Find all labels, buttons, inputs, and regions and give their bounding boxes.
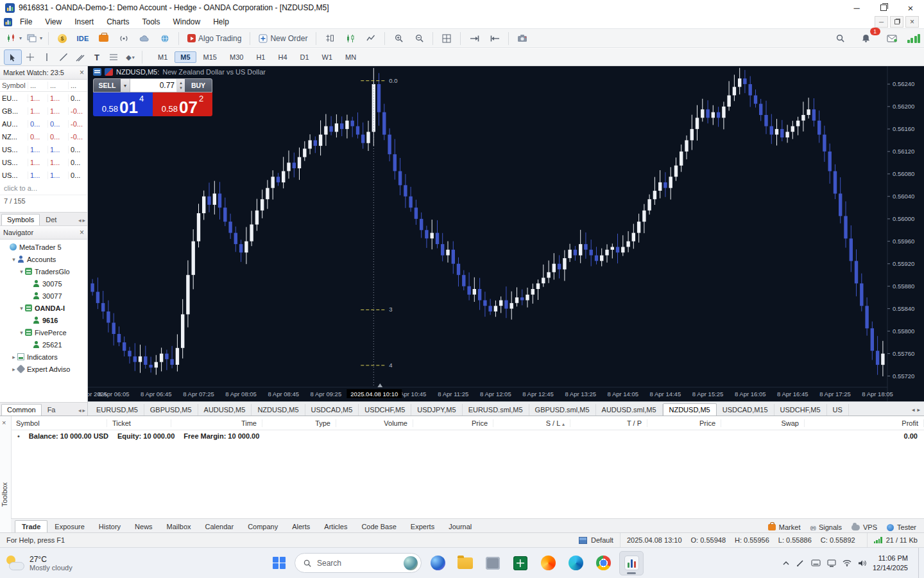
line-view-button[interactable] <box>361 31 381 46</box>
toolbox-column-time-2[interactable]: Time <box>171 419 262 427</box>
vertical-line-tool[interactable] <box>38 50 55 64</box>
chart-tab-usdcad-m15-11[interactable]: USDCAD,M15 <box>717 404 774 416</box>
nav-item-expert-adviso[interactable]: ▸ Expert Adviso <box>0 363 87 375</box>
connection-status-icon[interactable] <box>907 34 921 43</box>
toolbox-column-price-5[interactable]: Price <box>413 419 493 427</box>
mailbox-button[interactable] <box>882 31 902 46</box>
market-watch-column[interactable]: ... <box>69 82 87 89</box>
tile-windows-button[interactable] <box>436 31 457 46</box>
taskbar-clock[interactable]: 11:06 PM 12/14/2025 <box>873 554 912 573</box>
toolbox-tab-code-base[interactable]: Code Base <box>354 520 403 532</box>
timeframe-M15[interactable]: M15 <box>198 51 223 63</box>
market-watch-row[interactable]: US... 1... 1... 0... <box>0 169 87 182</box>
wifi-icon[interactable] <box>843 559 851 566</box>
volume-dropdown[interactable]: ▾ <box>121 79 130 92</box>
menu-view[interactable]: View <box>38 15 68 28</box>
chart-tab-nzdusd-m5-3[interactable]: NZDUSD,M5 <box>252 404 305 416</box>
timeframe-MN[interactable]: MN <box>339 51 362 63</box>
minimize-icon[interactable]: ─ <box>843 0 870 15</box>
deposit-button[interactable]: $ <box>52 31 73 46</box>
toolbox-column-volume-4[interactable]: Volume <box>336 419 413 427</box>
chart-tab-usdcad-m5-4[interactable]: USDCAD,M5 <box>305 404 359 416</box>
toolbox-tab-articles[interactable]: Articles <box>317 520 354 532</box>
market-watch-row[interactable]: GB... 1... 1... -0... <box>0 105 87 118</box>
toolbox-column-s-l-6[interactable]: S / L ▴ <box>493 419 570 427</box>
timeframe-M30[interactable]: M30 <box>224 51 249 63</box>
sell-price-button[interactable]: 0.58 01 4 <box>93 92 153 116</box>
expander-icon[interactable]: ▾ <box>18 329 25 336</box>
chart-restore-icon[interactable] <box>890 16 903 28</box>
data-window-button[interactable] <box>320 31 340 46</box>
tab-scroll-right-icon[interactable]: ▸ <box>82 407 85 414</box>
menu-tools[interactable]: Tools <box>136 15 167 28</box>
profiles-button[interactable]: ▾ <box>24 31 45 46</box>
start-button[interactable] <box>268 552 290 574</box>
chart-tab-usdchf-m5-5[interactable]: USDCHF,M5 <box>359 404 411 416</box>
volume-icon[interactable] <box>858 559 866 567</box>
trendline-tool[interactable] <box>55 50 72 64</box>
chart-tab-nzdusd-m5-10[interactable]: NZDUSD,M5 <box>663 403 717 416</box>
chart-menu-icon[interactable] <box>93 68 101 76</box>
chart-minimize-icon[interactable]: ─ <box>875 16 888 28</box>
vps-button[interactable] <box>134 31 155 46</box>
timeframe-M1[interactable]: M1 <box>152 51 173 63</box>
market-watch-row[interactable]: AU... 0... 0... -0... <box>0 118 87 130</box>
text-tool[interactable]: T <box>89 50 105 64</box>
tray-chevron-up-icon[interactable] <box>782 561 790 566</box>
nav-item-25621[interactable]: 25621 <box>0 338 87 351</box>
search-highlight-image[interactable] <box>404 556 418 570</box>
chevron-down-icon[interactable]: ▾ <box>19 35 22 41</box>
nav-item-metatrader-5[interactable]: MetaTrader 5 <box>0 241 87 253</box>
shortcut-tester[interactable]: Tester <box>887 523 916 531</box>
nav-item-accounts[interactable]: ▾ Accounts <box>0 253 87 265</box>
toolbox-tab-history[interactable]: History <box>92 520 128 532</box>
chevron-down-icon[interactable]: ▾ <box>132 55 135 60</box>
community-button[interactable] <box>155 31 175 46</box>
tab-scroll-right-icon[interactable]: ▸ <box>917 407 920 413</box>
fibonacci-tool[interactable] <box>105 50 122 64</box>
tab-scroll-right-icon[interactable]: ▸ <box>82 217 85 223</box>
chart-tab-eurusd-sml-m5-7[interactable]: EURUSD.sml,M5 <box>463 404 529 416</box>
menu-insert[interactable]: Insert <box>68 15 100 28</box>
menu-file[interactable]: File <box>13 15 38 28</box>
crosshair-tool[interactable] <box>22 50 38 64</box>
market-watch-row[interactable]: US... 1... 1... 0... <box>0 156 87 169</box>
chart-tab-eurusd-m5-0[interactable]: EURUSD,M5 <box>90 404 144 416</box>
close-icon[interactable]: × <box>80 69 84 76</box>
add-symbol-row[interactable]: click to a... <box>0 182 87 195</box>
toolbox-tab-exposure[interactable]: Exposure <box>47 520 91 532</box>
show-desktop-button[interactable] <box>918 548 921 578</box>
chart-tab-usdjpy-m5-6[interactable]: USDJPY,M5 <box>411 404 462 416</box>
signals-button[interactable] <box>114 31 134 46</box>
toolbox-tab-trade[interactable]: Trade <box>15 520 47 532</box>
market-watch-column[interactable]: Symbol <box>0 82 28 89</box>
toolbox-column-t-p-7[interactable]: T / P <box>570 419 647 427</box>
chart-tab-audusd-m5-2[interactable]: AUDUSD,M5 <box>198 404 252 416</box>
nav-item-oanda-i[interactable]: ▾ OANDA-I <box>0 302 87 314</box>
restore-icon[interactable] <box>870 0 897 15</box>
profile-segment[interactable]: Default <box>572 533 620 547</box>
timeframe-D1[interactable]: D1 <box>295 51 315 63</box>
expander-icon[interactable]: ▸ <box>10 354 17 360</box>
volume-stepper[interactable]: ▴▾ <box>176 79 185 92</box>
toolbox-tab-calendar[interactable]: Calendar <box>198 520 241 532</box>
expander-icon[interactable]: ▾ <box>18 268 25 275</box>
shortcut-market[interactable]: Market <box>768 523 801 531</box>
algo-trading-button[interactable]: Algo Trading <box>182 31 246 46</box>
sell-button[interactable]: SELL <box>94 79 121 92</box>
market-watch-tab-det[interactable]: Det <box>40 214 62 225</box>
monitor-icon[interactable] <box>827 559 836 567</box>
market-watch-row[interactable]: US... 1... 1... 0... <box>0 143 87 156</box>
expander-icon[interactable]: ▾ <box>10 256 17 263</box>
chart-shift-button[interactable] <box>484 31 505 46</box>
toolbox-tab-news[interactable]: News <box>128 520 160 532</box>
taskbar-app-window[interactable] <box>481 552 504 575</box>
taskbar-firefox[interactable] <box>536 552 560 575</box>
market-watch-column[interactable]: ... <box>28 82 48 89</box>
notifications-button[interactable]: 1 <box>856 31 877 46</box>
taskbar-chrome[interactable] <box>592 552 615 575</box>
expander-icon[interactable]: ▾ <box>18 305 25 311</box>
pen-icon[interactable] <box>796 559 805 567</box>
menu-charts[interactable]: Charts <box>100 15 135 28</box>
market-watch-column[interactable]: ... <box>48 82 69 89</box>
